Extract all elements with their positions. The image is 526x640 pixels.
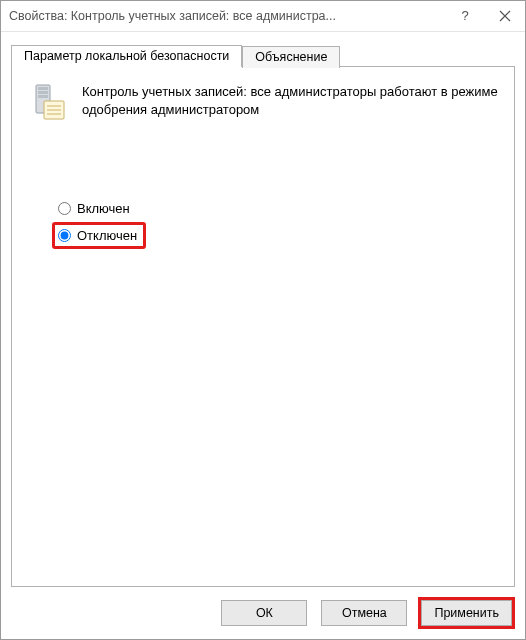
- button-bar: ОК Отмена Применить: [11, 597, 515, 629]
- radio-enabled-label: Включен: [77, 201, 130, 216]
- close-icon: [499, 10, 511, 22]
- tab-local-security-setting[interactable]: Параметр локальной безопасности: [11, 45, 242, 67]
- radio-group: Включен Отключен: [52, 195, 498, 249]
- tab-explanation[interactable]: Объяснение: [242, 46, 340, 68]
- svg-text:?: ?: [461, 9, 468, 23]
- tab-panel: Контроль учетных записей: все администра…: [11, 66, 515, 587]
- radio-enabled-row[interactable]: Включен: [52, 195, 139, 222]
- properties-dialog: Свойства: Контроль учетных записей: все …: [0, 0, 526, 640]
- apply-button[interactable]: Применить: [421, 600, 512, 626]
- radio-disabled-label: Отключен: [77, 228, 137, 243]
- svg-rect-6: [38, 95, 48, 98]
- titlebar: Свойства: Контроль учетных записей: все …: [1, 1, 525, 32]
- policy-icon: [28, 81, 70, 123]
- policy-description: Контроль учетных записей: все администра…: [82, 81, 498, 118]
- radio-enabled[interactable]: [58, 202, 71, 215]
- radio-disabled[interactable]: [58, 229, 71, 242]
- ok-button-wrap: ОК: [218, 597, 310, 629]
- svg-rect-5: [38, 91, 48, 94]
- cancel-button-wrap: Отмена: [318, 597, 410, 629]
- help-icon: ?: [458, 9, 472, 23]
- apply-button-wrap: Применить: [418, 597, 515, 629]
- cancel-button[interactable]: Отмена: [321, 600, 407, 626]
- help-button[interactable]: ?: [445, 1, 485, 31]
- radio-disabled-row[interactable]: Отключен: [52, 222, 146, 249]
- close-button[interactable]: [485, 1, 525, 31]
- ok-button[interactable]: ОК: [221, 600, 307, 626]
- svg-rect-4: [38, 87, 48, 90]
- tabstrip: Параметр локальной безопасности Объяснен…: [11, 43, 515, 67]
- policy-header: Контроль учетных записей: все администра…: [28, 81, 498, 123]
- window-title: Свойства: Контроль учетных записей: все …: [9, 9, 445, 23]
- content-area: Параметр локальной безопасности Объяснен…: [11, 43, 515, 587]
